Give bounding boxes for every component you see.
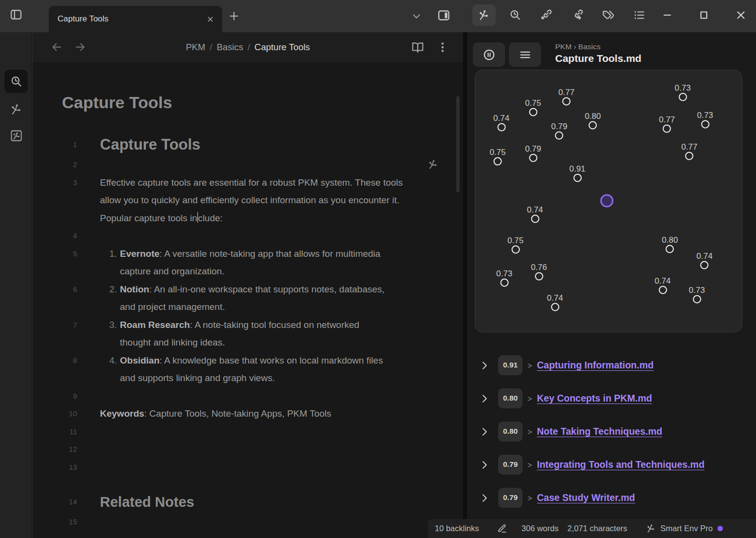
connection-node[interactable]: 0.75	[529, 108, 537, 116]
plugin-name: Smart Env Pro	[660, 524, 713, 533]
connection-node[interactable]: 0.79	[529, 154, 537, 162]
similarity-score-badge: 0.91	[498, 355, 523, 375]
toggle-right-sidebar-icon[interactable]	[437, 8, 451, 22]
editor-scrollbar[interactable]	[456, 96, 460, 192]
node-circle	[589, 121, 597, 129]
smart-lookup-icon[interactable]	[509, 9, 522, 21]
list-marker: 1.	[100, 245, 120, 281]
connection-node[interactable]: 0.73	[500, 278, 508, 287]
line-content[interactable]: 3.Roam Research: A note-taking tool focu…	[77, 316, 392, 352]
outgoing-links-icon[interactable]	[571, 9, 583, 21]
connection-node[interactable]: 0.77	[685, 152, 694, 160]
note-inline-title[interactable]: Capture Tools	[62, 92, 463, 113]
ribbon-smart-lookup-icon[interactable]	[10, 75, 23, 88]
connection-node[interactable]: 0.75	[493, 157, 502, 166]
pause-connections-button[interactable]	[473, 42, 505, 67]
connection-node[interactable]: 0.80	[589, 121, 597, 129]
window-maximize-icon[interactable]	[698, 9, 710, 21]
node-circle	[555, 131, 563, 139]
connection-node[interactable]: 0.79	[555, 131, 563, 139]
ribbon-smart-connections-icon[interactable]	[10, 103, 23, 116]
line-number: 9	[33, 387, 77, 405]
connection-node[interactable]: 0.74	[497, 123, 505, 131]
expand-chevron-icon[interactable]	[479, 392, 490, 405]
line-number: 4	[33, 227, 77, 245]
reading-mode-icon[interactable]	[411, 41, 424, 54]
connection-node[interactable]: 0.77	[562, 97, 571, 105]
line-content[interactable]: 1.Evernote: A versatile note-taking app …	[77, 245, 392, 281]
toggle-left-sidebar-icon[interactable]	[9, 8, 23, 21]
result-body: 0.80>Note Taking Techniques.md	[498, 422, 708, 442]
result-note-link[interactable]: Capturing Information.md	[537, 360, 654, 370]
result-note-link[interactable]: Note Taking Techniques.md	[537, 426, 662, 437]
node-score-label: 0.80	[585, 111, 601, 121]
editor-content[interactable]: Capture Tools 1Capture Tools23Effective …	[33, 62, 463, 538]
node-circle	[693, 295, 701, 304]
line-content[interactable]: Related Notes	[77, 491, 194, 513]
connection-node[interactable]: 0.74	[700, 261, 709, 269]
node-circle	[700, 261, 709, 269]
result-note-link[interactable]: Key Concepts in PKM.md	[537, 393, 652, 404]
new-tab-icon[interactable]	[228, 10, 240, 22]
word-count: 306 words	[522, 524, 559, 533]
node-circle	[493, 157, 502, 166]
similarity-score-badge: 0.80	[498, 388, 523, 408]
line-content[interactable]: Keywords: Capture Tools, Note-taking App…	[77, 405, 412, 423]
result-note-link[interactable]: Case Study Writer.md	[537, 492, 635, 503]
connection-node[interactable]: 0.73	[678, 93, 687, 101]
breadcrumb-folder[interactable]: Basics	[216, 42, 243, 53]
connection-node[interactable]: 0.74	[551, 303, 559, 311]
breadcrumb-note[interactable]: Capture Tools	[254, 42, 310, 53]
line-content[interactable]: Capture Tools	[77, 134, 200, 156]
tab-close-icon[interactable]	[206, 15, 214, 23]
pane-divider[interactable]	[463, 32, 467, 538]
connection-node[interactable]: 0.73	[693, 295, 701, 304]
node-score-label: 0.76	[531, 262, 547, 272]
line-content[interactable]: 2.Notion: An all-in-one workspace that s…	[77, 281, 392, 316]
incoming-links-icon[interactable]	[540, 9, 552, 21]
connection-node[interactable]: 0.74	[531, 215, 539, 223]
node-circle	[666, 245, 674, 253]
editor-lines: 1Capture Tools23Effective capture tools …	[33, 134, 463, 531]
connection-node[interactable]: 0.77	[663, 124, 671, 133]
tab-capture-tools[interactable]: Capture Tools	[49, 6, 222, 32]
ribbon-smart-connections-view-icon[interactable]	[10, 129, 23, 142]
tab-title: Capture Tools	[58, 14, 206, 24]
connection-node[interactable]: 0.76	[535, 272, 543, 280]
tags-icon[interactable]	[602, 9, 615, 21]
window-close-icon[interactable]	[735, 9, 747, 21]
window-minimize-icon[interactable]	[661, 9, 674, 21]
edit-mode-icon[interactable]	[497, 523, 507, 534]
list-icon[interactable]	[633, 9, 646, 21]
connection-node[interactable]: 0.75	[511, 245, 520, 253]
smart-connections-icon[interactable]	[478, 9, 490, 21]
node-score-label: 0.79	[551, 121, 567, 131]
backlinks-count[interactable]: 10 backlinks	[435, 524, 479, 533]
connection-node[interactable]: 0.80	[666, 245, 674, 253]
block-connections-icon[interactable]	[427, 159, 439, 170]
node-score-label: 0.73	[675, 83, 691, 93]
line-content[interactable]: 4.Obsidian: A knowledge base that works …	[77, 352, 392, 387]
panel-menu-button[interactable]	[509, 42, 541, 67]
expand-chevron-icon[interactable]	[479, 425, 490, 438]
smart-env-status[interactable]: Smart Env Pro	[646, 523, 723, 534]
connection-node[interactable]: 0.73	[701, 120, 709, 128]
tab-list-chevron-icon[interactable]	[411, 11, 422, 21]
result-note-link[interactable]: Integrating Tools and Techniques.md	[537, 459, 705, 470]
breadcrumb-vault[interactable]: PKM	[186, 42, 205, 53]
line-number: 7	[33, 316, 77, 334]
connection-node[interactable]: 0.91	[573, 174, 582, 182]
editor-line-2: 2	[33, 156, 463, 174]
connection-node[interactable]: 0.74	[659, 286, 667, 294]
more-options-icon[interactable]	[436, 41, 449, 54]
result-separator: >	[527, 395, 532, 403]
line-number: 15	[33, 513, 77, 531]
focused-note-node[interactable]	[601, 194, 614, 207]
line-number: 8	[33, 352, 77, 370]
result-body: 0.79>Integrating Tools and Techniques.md	[498, 455, 708, 475]
line-content[interactable]: Effective capture tools are essential fo…	[77, 174, 412, 228]
expand-chevron-icon[interactable]	[479, 459, 490, 471]
expand-chevron-icon[interactable]	[479, 492, 490, 504]
node-score-label: 0.73	[689, 286, 705, 295]
expand-chevron-icon[interactable]	[479, 359, 490, 372]
